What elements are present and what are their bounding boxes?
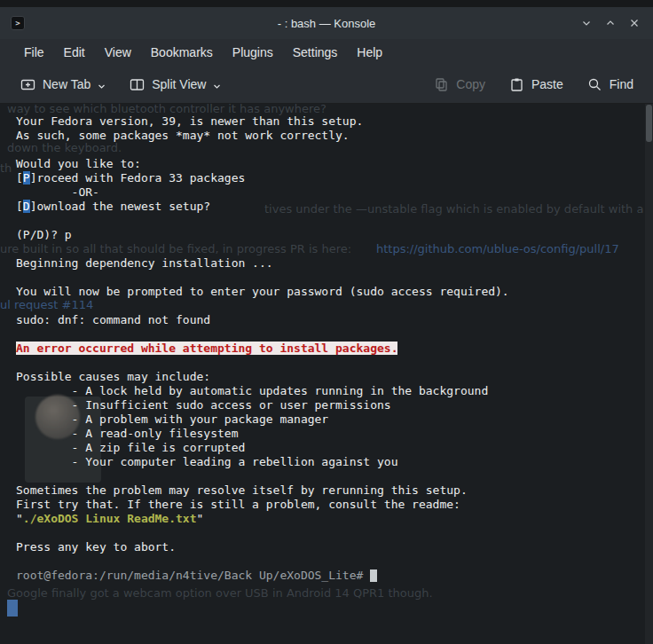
chevron-up-icon (603, 16, 618, 30)
close-icon (627, 16, 641, 30)
terminal-text: Your Fedora version, 39, is newer than t… (16, 114, 641, 583)
window-controls (578, 15, 653, 31)
terminal-line: sudo: dnf: command not found (16, 313, 641, 327)
title-bar[interactable]: > - : bash — Konsole (0, 7, 653, 39)
terminal-line (16, 526, 641, 540)
new-tab-label: New Tab (43, 77, 90, 91)
terminal-line: - A problem with your package manager (16, 412, 641, 427)
paste-button[interactable]: Paste (501, 71, 570, 98)
konsole-window: > - : bash — Konsole File Edit View Book… (0, 7, 653, 644)
terminal-line: As such, some packages *may* not work co… (16, 129, 641, 143)
terminal-line: - Insufficient sudo access or user permi… (16, 398, 641, 412)
terminal-line (16, 214, 641, 228)
chevron-down-icon (579, 16, 594, 30)
terminal-line: - Your computer leading a rebellion agai… (16, 455, 641, 469)
find-button[interactable]: Find (579, 71, 641, 98)
menu-help[interactable]: Help (347, 42, 392, 63)
terminal-line (16, 299, 641, 313)
terminal-line (16, 554, 641, 569)
terminal-line: Would you like to: (16, 157, 641, 171)
toolbar: New Tab Split View Copy Paste Find (0, 66, 653, 104)
copy-label: Copy (456, 77, 485, 91)
menu-settings[interactable]: Settings (283, 42, 348, 63)
terminal-line: root@fedora:/run/media/n4tive/Back Up/eX… (16, 569, 641, 583)
konsole-icon-glyph: > (15, 19, 20, 27)
terminal-line: -OR- (16, 185, 641, 200)
terminal-line: Beginning dependency installation ... (16, 256, 641, 271)
find-label: Find (610, 77, 633, 91)
background-ghost-text: th (0, 161, 12, 175)
menu-bookmarks[interactable]: Bookmarks (141, 42, 223, 63)
terminal-line: (P/D)? p (16, 228, 641, 242)
konsole-app-icon: > (11, 16, 25, 30)
new-tab-icon (20, 76, 36, 93)
menu-bar: File Edit View Bookmarks Plugins Setting… (0, 39, 653, 66)
terminal-line: "./eXoDOS Linux ReadMe.txt" (16, 512, 641, 526)
split-view-label: Split View (152, 77, 206, 91)
terminal-line: - A read-only filesystem (16, 427, 641, 441)
terminal-line: - A lock held by automatic updates runni… (16, 384, 641, 398)
terminal-line (16, 143, 641, 157)
terminal-line (16, 469, 641, 483)
maximize-button[interactable] (602, 15, 618, 31)
scrollbar-thumb[interactable] (646, 105, 652, 142)
split-view-icon (129, 76, 146, 93)
terminal-line: Sometimes the problem may resolve itself… (16, 483, 641, 498)
chevron-down-icon (98, 82, 106, 90)
terminal-line (16, 356, 641, 370)
background-ghost-text: Google finally got a webcam option over … (7, 586, 433, 600)
terminal-scrollbar[interactable] (645, 104, 653, 644)
terminal-line: First try that. If there is still a prob… (16, 498, 641, 512)
chevron-down-icon (213, 82, 221, 90)
terminal-line: You will now be prompted to enter your p… (16, 285, 641, 299)
terminal-line: Your Fedora version, 39, is newer than t… (16, 114, 641, 129)
terminal-line: Press any key to abort. (16, 540, 641, 554)
terminal-line: Possible causes may include: (16, 370, 641, 384)
close-button[interactable] (626, 15, 642, 31)
split-view-button[interactable]: Split View (122, 71, 228, 98)
terminal-viewport[interactable]: way to see which bluetooth controller it… (0, 104, 653, 644)
terminal-line (16, 242, 641, 256)
terminal-line: [D]ownload the newest setup? (16, 200, 641, 214)
terminal-line (16, 327, 641, 342)
terminal-line: [P]roceed with Fedora 33 packages (16, 171, 641, 185)
menu-plugins[interactable]: Plugins (223, 42, 283, 63)
terminal-line: - A zip file is corrupted (16, 441, 641, 455)
search-icon (586, 76, 603, 93)
minimize-button[interactable] (578, 15, 594, 31)
menu-edit[interactable]: Edit (54, 42, 95, 63)
menu-view[interactable]: View (95, 42, 141, 63)
copy-button[interactable]: Copy (426, 71, 492, 98)
paste-icon (508, 76, 525, 93)
terminal-line (16, 271, 641, 285)
copy-icon (433, 76, 450, 93)
paste-label: Paste (531, 77, 563, 91)
terminal-line: An error occurred while attempting to in… (16, 342, 641, 356)
new-tab-button[interactable]: New Tab (12, 71, 113, 98)
menu-file[interactable]: File (14, 42, 54, 63)
window-title: - : bash — Konsole (0, 17, 653, 30)
background-text-cursor (7, 600, 18, 617)
